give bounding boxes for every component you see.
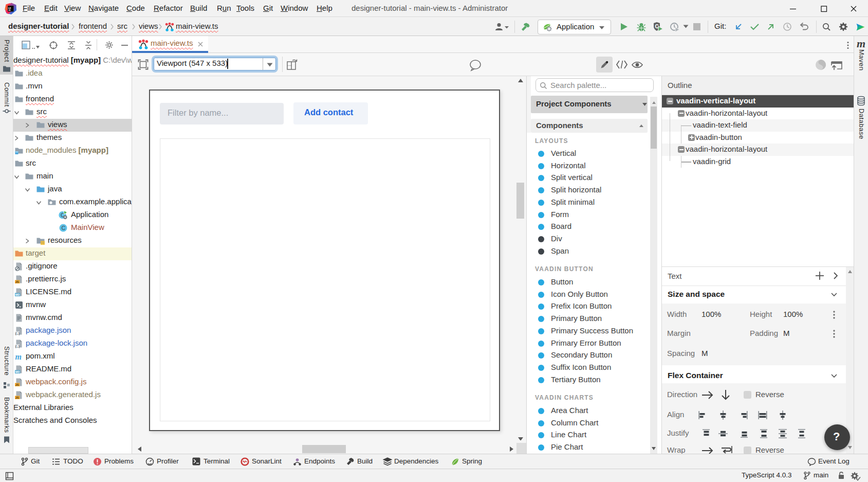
svg-text:C: C: [61, 225, 65, 231]
svg-text:MD: MD: [15, 370, 20, 373]
svg-text:{..}: {..}: [15, 332, 21, 336]
svg-text:m: m: [15, 352, 22, 361]
svg-text:JS: JS: [15, 280, 19, 283]
svg-text:MD: MD: [15, 293, 20, 296]
svg-text:JS: JS: [15, 383, 19, 386]
svg-text:{..}: {..}: [15, 345, 21, 349]
svg-text:JS: JS: [15, 396, 19, 399]
